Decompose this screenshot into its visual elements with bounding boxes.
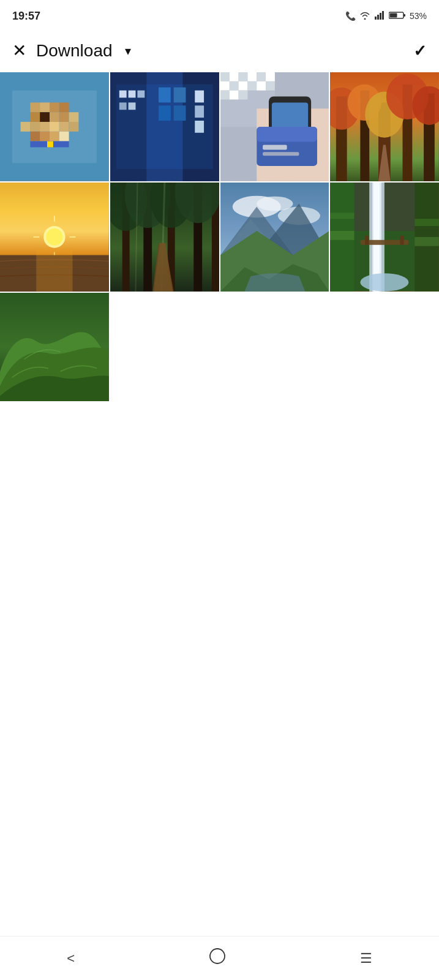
svg-rect-50: [229, 72, 238, 81]
list-item[interactable]: [0, 72, 109, 181]
svg-rect-70: [263, 152, 299, 156]
battery-percent: 53%: [410, 11, 427, 21]
svg-rect-90: [36, 249, 72, 291]
toolbar-title: Download: [36, 41, 113, 61]
svg-rect-55: [220, 81, 230, 91]
svg-rect-123: [415, 237, 440, 246]
svg-rect-2: [380, 13, 381, 20]
list-item[interactable]: [110, 183, 219, 292]
svg-rect-51: [238, 72, 247, 81]
svg-rect-63: [238, 91, 247, 100]
svg-rect-15: [50, 112, 59, 122]
svg-rect-18: [30, 122, 40, 132]
svg-rect-43: [173, 105, 186, 121]
svg-point-84: [46, 228, 63, 246]
svg-rect-62: [229, 91, 238, 100]
toolbar: ✕ Download ▾ ✓: [0, 29, 439, 72]
list-item[interactable]: [0, 293, 109, 402]
svg-rect-17: [69, 112, 79, 122]
battery-icon: [389, 11, 406, 21]
svg-rect-13: [30, 112, 40, 122]
svg-rect-11: [50, 102, 59, 112]
svg-rect-21: [59, 122, 69, 132]
svg-rect-20: [50, 122, 59, 132]
list-item[interactable]: [330, 72, 439, 181]
svg-rect-56: [229, 81, 238, 91]
svg-point-119: [361, 273, 409, 292]
svg-rect-57: [238, 81, 247, 91]
svg-rect-12: [59, 102, 69, 112]
svg-rect-29: [47, 141, 53, 148]
svg-rect-126: [400, 236, 404, 245]
home-button[interactable]: [190, 940, 244, 976]
svg-rect-5: [403, 14, 405, 17]
svg-point-106: [257, 196, 293, 211]
svg-rect-54: [266, 72, 275, 81]
svg-rect-23: [40, 132, 50, 141]
svg-rect-3: [382, 11, 384, 20]
svg-rect-46: [195, 121, 204, 133]
status-icons: 📞 53%: [345, 11, 427, 21]
status-bar: 19:57 📞 53%: [0, 0, 439, 29]
dropdown-icon[interactable]: ▾: [125, 43, 131, 58]
signal-icon: [374, 11, 385, 21]
menu-button[interactable]: ☰: [342, 943, 391, 974]
svg-rect-36: [128, 91, 135, 98]
back-button[interactable]: <: [48, 943, 93, 974]
svg-rect-42: [159, 105, 171, 121]
close-button[interactable]: ✕: [12, 42, 26, 59]
list-item[interactable]: [0, 183, 109, 292]
toolbar-left: ✕ Download ▾: [12, 41, 131, 61]
svg-rect-26: [21, 122, 31, 132]
svg-rect-24: [50, 132, 59, 141]
svg-rect-41: [173, 88, 186, 103]
svg-rect-0: [375, 17, 377, 20]
svg-rect-9: [30, 102, 40, 112]
image-grid: [0, 72, 439, 401]
svg-rect-122: [415, 219, 440, 226]
svg-rect-69: [263, 145, 287, 150]
list-item[interactable]: [330, 183, 439, 292]
svg-point-128: [210, 949, 225, 963]
svg-rect-58: [247, 81, 257, 91]
wifi-icon: [359, 11, 370, 21]
svg-rect-120: [330, 213, 355, 219]
svg-rect-10: [40, 102, 50, 112]
svg-rect-32: [110, 72, 146, 181]
svg-rect-16: [59, 112, 69, 122]
svg-rect-27: [69, 122, 79, 132]
status-time: 19:57: [12, 10, 40, 23]
svg-rect-22: [30, 132, 40, 141]
svg-rect-14: [40, 112, 50, 122]
svg-rect-61: [220, 91, 230, 100]
svg-rect-25: [59, 132, 69, 141]
list-item[interactable]: [220, 183, 329, 292]
svg-rect-39: [128, 102, 135, 110]
svg-rect-19: [40, 122, 50, 132]
svg-rect-6: [389, 13, 397, 17]
phone-icon: 📞: [345, 11, 356, 21]
svg-rect-44: [195, 91, 204, 103]
svg-rect-45: [195, 105, 204, 118]
list-item[interactable]: [220, 72, 329, 181]
list-item[interactable]: [110, 72, 219, 181]
svg-rect-53: [257, 72, 266, 81]
svg-rect-121: [330, 231, 355, 240]
svg-rect-37: [137, 91, 144, 98]
svg-rect-38: [119, 102, 127, 110]
svg-rect-35: [119, 91, 127, 98]
svg-rect-68: [257, 127, 317, 142]
confirm-button[interactable]: ✓: [413, 42, 427, 61]
svg-rect-60: [266, 81, 275, 91]
svg-rect-40: [159, 88, 171, 103]
bottom-nav: < ☰: [0, 936, 439, 980]
svg-rect-52: [247, 72, 257, 81]
svg-rect-59: [257, 81, 266, 91]
svg-rect-125: [366, 236, 369, 245]
svg-rect-49: [220, 72, 230, 81]
svg-rect-1: [377, 15, 379, 20]
